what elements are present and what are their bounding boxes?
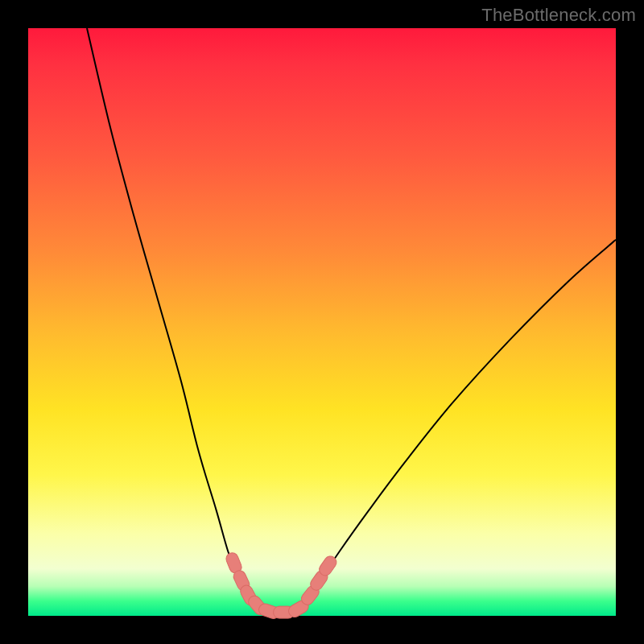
- chart-svg: [28, 28, 616, 616]
- bottleneck-curve: [87, 28, 616, 613]
- marker-layer: [225, 551, 339, 620]
- plot-area: [28, 28, 616, 616]
- chart-frame: TheBottleneck.com: [0, 0, 644, 644]
- curve-layer: [87, 28, 616, 613]
- watermark-text: TheBottleneck.com: [481, 5, 636, 26]
